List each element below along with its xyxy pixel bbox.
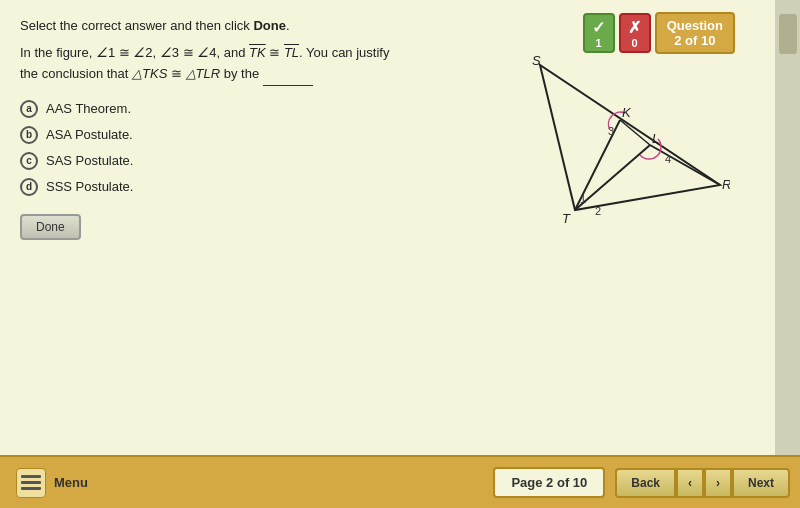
svg-text:3: 3 xyxy=(608,125,614,137)
option-c-circle: c xyxy=(20,152,38,170)
svg-line-2 xyxy=(575,145,650,210)
question-badge: ✓ 1 ✗ 0 Question 2 of 10 xyxy=(583,12,735,54)
check-count: 1 xyxy=(596,37,602,49)
svg-marker-0 xyxy=(540,65,720,210)
back-button[interactable]: Back xyxy=(615,468,676,498)
svg-text:1: 1 xyxy=(580,193,586,205)
svg-text:L: L xyxy=(652,131,659,146)
menu-button[interactable]: Menu xyxy=(0,468,104,498)
svg-text:2: 2 xyxy=(595,205,601,217)
question-label-box: Question 2 of 10 xyxy=(655,12,735,54)
svg-text:K: K xyxy=(622,105,632,120)
next-button[interactable]: Next xyxy=(732,468,790,498)
diagram: S K L T R 3 4 1 2 xyxy=(480,55,730,235)
menu-line-2 xyxy=(21,481,41,484)
menu-label: Menu xyxy=(54,475,88,490)
check-icon: ✓ xyxy=(592,18,605,37)
question-text: In the figure, ∠1 ≅ ∠2, ∠3 ≅ ∠4, and TK … xyxy=(20,43,480,86)
x-count: 0 xyxy=(632,37,638,49)
x-icon: ✗ xyxy=(628,18,641,37)
check-score-btn[interactable]: ✓ 1 xyxy=(583,13,615,53)
option-d-circle: d xyxy=(20,178,38,196)
scrollbar[interactable] xyxy=(775,0,800,455)
page-indicator: Page 2 of 10 xyxy=(493,467,605,498)
done-button[interactable]: Done xyxy=(20,214,81,240)
next-arrow-button[interactable]: › xyxy=(704,468,732,498)
option-a-text: AAS Theorem. xyxy=(46,101,131,116)
option-c-text: SAS Postulate. xyxy=(46,153,133,168)
question-label: Question xyxy=(667,18,723,33)
prev-arrow-button[interactable]: ‹ xyxy=(676,468,704,498)
svg-text:T: T xyxy=(562,211,571,226)
bottom-bar: Menu Page 2 of 10 Back ‹ › Next xyxy=(0,455,800,508)
option-d-text: SSS Postulate. xyxy=(46,179,133,194)
menu-line-1 xyxy=(21,475,41,478)
scrollbar-thumb[interactable] xyxy=(779,14,797,54)
nav-buttons: Back ‹ › Next xyxy=(615,468,790,498)
svg-line-3 xyxy=(620,120,650,145)
menu-line-3 xyxy=(21,487,41,490)
menu-icon xyxy=(16,468,46,498)
svg-text:4: 4 xyxy=(665,153,671,165)
svg-text:R: R xyxy=(722,177,730,192)
main-content: ✓ 1 ✗ 0 Question 2 of 10 Select the corr… xyxy=(0,0,775,455)
svg-text:S: S xyxy=(532,55,541,68)
option-b-circle: b xyxy=(20,126,38,144)
option-a-circle: a xyxy=(20,100,38,118)
question-number: 2 of 10 xyxy=(667,33,723,48)
x-score-btn[interactable]: ✗ 0 xyxy=(619,13,651,53)
option-b-text: ASA Postulate. xyxy=(46,127,133,142)
